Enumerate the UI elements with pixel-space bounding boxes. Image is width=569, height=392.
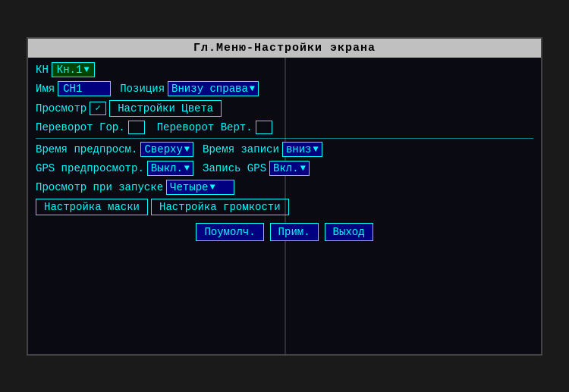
position-dropdown[interactable]: Внизу справа ▼	[168, 81, 259, 96]
flip-h-checkbox[interactable]	[128, 121, 145, 134]
gps-preview-value: Выкл.	[151, 162, 183, 174]
startup-preview-arrow-icon: ▼	[209, 182, 215, 193]
apply-button[interactable]: Прим.	[270, 223, 319, 241]
previewtime-label: Время предпросм.	[36, 143, 137, 155]
mask-settings-button[interactable]: Настройка маски	[36, 199, 148, 215]
position-arrow-icon: ▼	[250, 83, 255, 94]
preview-checkbox[interactable]: ✓	[90, 102, 106, 115]
gps-preview-dropdown[interactable]: Выкл. ▼	[147, 161, 193, 176]
gps-record-dropdown[interactable]: Вкл. ▼	[269, 161, 310, 176]
recordtime-arrow-icon: ▼	[313, 144, 318, 155]
title-text: Гл.Меню-Настройки экрана	[193, 42, 376, 55]
kn-dropdown[interactable]: Кн.1 ▼	[52, 62, 95, 77]
volume-settings-label: Настройка громкости	[159, 201, 281, 213]
flip-h-label: Переворот Гор.	[36, 121, 125, 133]
mask-volume-row: Настройка маски Настройка громкости	[36, 199, 533, 215]
flip-row: Переворот Гор. Переворот Верт.	[36, 121, 533, 134]
color-settings-button[interactable]: Настройки Цвета	[109, 100, 222, 117]
name-label: Имя	[36, 83, 55, 95]
previewtime-arrow-icon: ▼	[184, 144, 190, 155]
separator-1	[36, 138, 533, 139]
gps-preview-arrow-icon: ▼	[184, 163, 190, 174]
position-label: Позиция	[120, 83, 165, 95]
exit-button[interactable]: Выход	[325, 223, 373, 241]
flip-v-label: Переворот Верт.	[157, 121, 253, 133]
content-area: КН Кн.1 ▼ Имя Позиция Внизу справа ▼ Про…	[28, 58, 541, 246]
name-position-row: Имя Позиция Внизу справа ▼	[36, 81, 533, 96]
default-button[interactable]: Поумолч.	[196, 223, 263, 241]
startup-preview-label: Просмотр при запуске	[36, 181, 163, 193]
volume-settings-button[interactable]: Настройка громкости	[151, 199, 289, 215]
recordtime-value: вниз	[286, 143, 312, 155]
action-buttons: Поумолч. Прим. Выход	[36, 223, 533, 241]
preview-color-row: Просмотр ✓ Настройки Цвета	[36, 100, 533, 117]
kn-row: КН Кн.1 ▼	[36, 62, 533, 77]
kn-label: КН	[36, 64, 49, 76]
preview-label: Просмотр	[36, 102, 86, 114]
gps-record-value: Вкл.	[273, 162, 299, 174]
flip-v-checkbox[interactable]	[256, 121, 272, 134]
recordtime-label: Время записи	[203, 143, 279, 155]
color-settings-label: Настройки Цвета	[118, 102, 213, 114]
startup-row: Просмотр при запуске Четыре ▼	[36, 180, 533, 195]
recordtime-dropdown[interactable]: вниз ▼	[282, 142, 322, 157]
gps-record-arrow-icon: ▼	[300, 163, 306, 174]
time-row: Время предпросм. Сверху ▼ Время записи в…	[36, 142, 533, 157]
preview-check-icon: ✓	[96, 102, 101, 114]
mask-settings-label: Настройка маски	[44, 201, 140, 213]
startup-preview-value: Четыре	[170, 181, 208, 193]
gps-record-label: Запись GPS	[203, 162, 266, 174]
kn-value: Кн.1	[57, 64, 83, 76]
previewtime-dropdown[interactable]: Сверху ▼	[140, 142, 193, 157]
position-value: Внизу справа	[171, 83, 248, 95]
startup-preview-dropdown[interactable]: Четыре ▼	[166, 180, 234, 195]
title-bar: Гл.Меню-Настройки экрана	[28, 39, 541, 58]
name-input[interactable]	[58, 81, 111, 96]
previewtime-value: Сверху	[144, 143, 182, 155]
gps-row: GPS предпросмотр. Выкл. ▼ Запись GPS Вкл…	[36, 161, 533, 176]
gps-preview-label: GPS предпросмотр.	[36, 162, 144, 174]
main-screen: Гл.Меню-Настройки экрана КН Кн.1 ▼ Имя П…	[27, 37, 542, 356]
kn-arrow-icon: ▼	[83, 64, 89, 75]
